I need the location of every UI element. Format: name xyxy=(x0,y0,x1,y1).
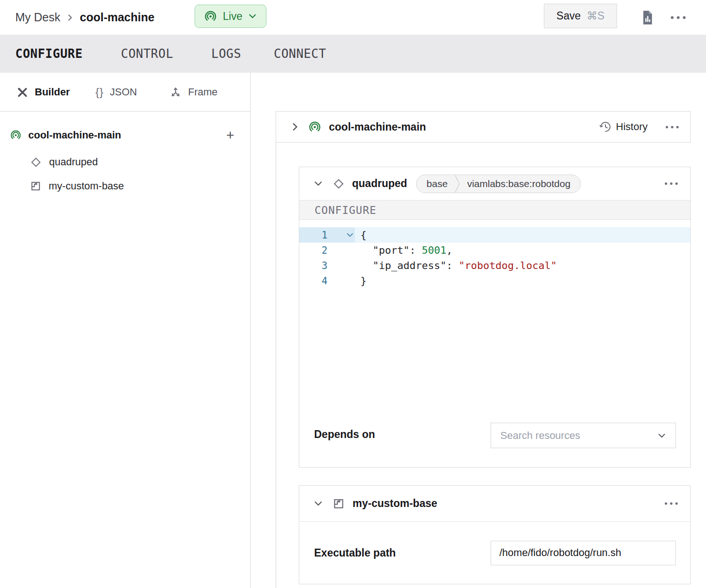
tools-icon xyxy=(16,86,29,99)
quadruped-title: quadruped xyxy=(352,177,407,190)
tab-control[interactable]: CONTROL xyxy=(121,35,173,73)
depends-on-select[interactable]: Search resources xyxy=(491,423,676,448)
code-token: : xyxy=(446,260,459,271)
header-menu-button[interactable] xyxy=(669,8,687,27)
breadcrumb: My Desk cool-machine xyxy=(15,0,154,35)
broadcast-icon xyxy=(10,130,21,141)
chevron-down-icon xyxy=(248,13,257,19)
machine-config-page: My Desk cool-machine Live Save ⌘S xyxy=(0,0,706,588)
editor-gutter: 3 xyxy=(299,258,355,273)
history-clock-icon xyxy=(599,121,611,133)
ellipsis-icon xyxy=(665,125,679,129)
mode-builder-label: Builder xyxy=(35,86,70,98)
mode-builder[interactable]: Builder xyxy=(16,73,70,112)
fold-chevron-down-icon[interactable] xyxy=(346,232,354,238)
sidebar-item-quadruped[interactable]: quadruped xyxy=(30,154,98,170)
bar-chart-file-icon xyxy=(640,9,655,26)
diamond-icon xyxy=(30,156,42,169)
line-number: 2 xyxy=(299,245,328,256)
machine-part-title: cool-machine-main xyxy=(329,121,426,133)
editor-gutter: 4 xyxy=(299,273,355,288)
line-number: 1 xyxy=(299,230,328,241)
status-label: Live xyxy=(223,10,242,23)
my-custom-base-card: my-custom-base Executable path xyxy=(299,485,691,584)
mode-frame[interactable]: Frame xyxy=(169,73,218,112)
diamond-icon xyxy=(332,177,345,190)
code-token-string: "robotdog.local" xyxy=(459,260,557,271)
sidebar-item-machine-part[interactable]: cool-machine-main xyxy=(10,127,121,143)
ellipsis-icon xyxy=(664,502,678,505)
editor-gutter: 2 xyxy=(299,243,355,258)
machine-part-card: cool-machine-main History xyxy=(276,111,691,143)
code-token xyxy=(360,244,373,256)
breadcrumb-parent-link[interactable]: My Desk xyxy=(15,11,60,24)
code-token: , xyxy=(446,244,452,256)
code-token: "port" xyxy=(373,244,410,256)
save-label: Save xyxy=(556,10,580,22)
quadruped-menu-button[interactable] xyxy=(664,182,678,185)
code-token: { xyxy=(360,229,366,241)
chevron-down-icon xyxy=(314,181,323,187)
breadcrumb-current: cool-machine xyxy=(80,11,154,24)
sidebar-item-my-custom-base[interactable]: my-custom-base xyxy=(30,178,124,194)
module-icon xyxy=(332,497,345,510)
tab-configure[interactable]: CONFIGURE xyxy=(15,35,82,73)
code-token-number: 5001 xyxy=(422,244,446,256)
code-line-4: 4 } xyxy=(299,273,690,288)
code-token xyxy=(360,260,373,271)
config-main-panel: cool-machine-main History xyxy=(251,73,706,588)
axis-icon xyxy=(169,86,182,99)
code-token: } xyxy=(360,275,366,287)
tree-connector-line xyxy=(276,143,276,588)
machine-part-menu-button[interactable] xyxy=(665,125,679,129)
save-button[interactable]: Save ⌘S xyxy=(544,4,617,28)
resource-model: viamlabs:base:robotdog xyxy=(467,178,570,189)
mode-json[interactable]: {} JSON xyxy=(95,73,137,112)
braces-icon: {} xyxy=(95,86,104,99)
code-line-2: 2 "port": 5001, xyxy=(299,243,690,258)
tab-connect[interactable]: CONNECT xyxy=(274,35,326,73)
history-label: History xyxy=(616,121,648,133)
ellipsis-icon xyxy=(664,182,678,185)
executable-path-input[interactable] xyxy=(491,541,676,565)
depends-on-placeholder: Search resources xyxy=(500,430,580,442)
json-attributes-editor[interactable]: 1 { 2 "port": 5001, xyxy=(299,220,690,410)
machine-status-dropdown[interactable]: Live xyxy=(195,5,266,28)
chevron-right-icon xyxy=(291,122,299,132)
ellipsis-icon xyxy=(670,16,686,19)
resource-type-model-badge: base viamlabs:base:robotdog xyxy=(416,175,581,193)
depends-on-row: Depends on Search resources xyxy=(299,410,690,448)
history-button[interactable]: History xyxy=(599,121,648,133)
quadruped-resource-card: quadruped base viamlabs:base:robotdog CO… xyxy=(299,167,691,468)
broadcast-icon xyxy=(204,10,217,23)
module-icon xyxy=(30,180,42,192)
save-shortcut: ⌘S xyxy=(587,10,605,22)
code-line-3: 3 "ip_address": "robotdog.local" xyxy=(299,258,690,273)
machine-tabbar: CONFIGURE CONTROL LOGS CONNECT xyxy=(0,35,706,73)
config-sidebar: Builder {} JSON Frame cool-machi xyxy=(0,73,251,588)
resource-type: base xyxy=(427,178,448,189)
my-custom-base-menu-button[interactable] xyxy=(664,502,678,505)
depends-on-label: Depends on xyxy=(314,423,375,441)
line-number: 3 xyxy=(299,260,328,271)
chevron-down-icon xyxy=(657,433,666,438)
line-number: 4 xyxy=(299,275,328,287)
sidebar-item-quadruped-label: quadruped xyxy=(49,156,98,168)
config-mode-switcher: Builder {} JSON Frame xyxy=(0,73,250,112)
code-token: : xyxy=(410,244,422,256)
data-report-button[interactable] xyxy=(638,8,657,27)
mode-frame-label: Frame xyxy=(188,86,218,98)
collapse-quadruped-button[interactable] xyxy=(314,181,323,187)
code-line-1: 1 { xyxy=(299,227,690,243)
expand-machine-part-button[interactable] xyxy=(291,122,299,132)
broadcast-icon xyxy=(309,121,321,133)
tab-logs[interactable]: LOGS xyxy=(211,35,241,73)
add-resource-button[interactable]: + xyxy=(223,127,237,143)
configure-section-label: CONFIGURE xyxy=(299,200,690,220)
my-custom-base-header: my-custom-base xyxy=(299,486,690,522)
sidebar-item-machine-part-label: cool-machine-main xyxy=(28,129,121,141)
collapse-my-custom-base-button[interactable] xyxy=(314,500,323,507)
app-header: My Desk cool-machine Live Save ⌘S xyxy=(0,0,706,35)
sidebar-item-my-custom-base-label: my-custom-base xyxy=(49,180,124,192)
chevron-right-icon xyxy=(67,13,73,22)
